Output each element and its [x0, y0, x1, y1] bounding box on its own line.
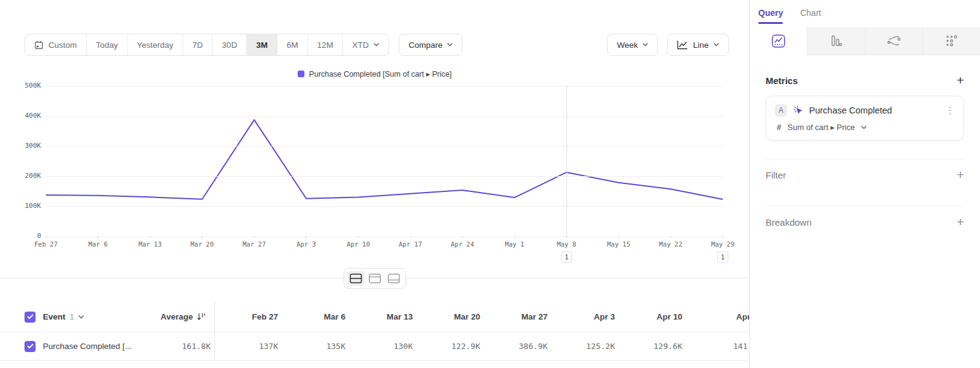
- axis-tick: [306, 236, 307, 239]
- tab-funnels[interactable]: [807, 27, 864, 55]
- compare-button[interactable]: Compare: [399, 34, 463, 56]
- axis-tick: [671, 236, 671, 239]
- x-axis-label: May 22: [659, 240, 682, 248]
- chart-legend[interactable]: Purchase Completed [Sum of cart ▸ Price]: [0, 69, 749, 79]
- gridline: [46, 146, 723, 147]
- event-column-header[interactable]: Event 1: [43, 312, 153, 321]
- table-cell-value: 141.2K: [686, 342, 749, 351]
- numeric-property-icon: #: [777, 123, 782, 132]
- y-axis-label: 0: [4, 232, 41, 240]
- annotation-line: [567, 86, 567, 236]
- toggle-chart-and-table[interactable]: [347, 271, 364, 286]
- check-icon: [27, 343, 34, 349]
- date-range-today[interactable]: Today: [87, 34, 128, 55]
- axis-tick: [358, 236, 359, 239]
- metric-event-name[interactable]: Purchase Completed: [809, 105, 940, 115]
- layout-toggle: [344, 268, 406, 289]
- query-builder: Metrics + A Purchase Completed ⋮ # Sum o…: [750, 75, 980, 228]
- table-header-row: Event 1 Average Feb 27Mar 6Mar 13Mar 20M…: [0, 302, 749, 332]
- x-axis-label: May 29: [711, 240, 734, 248]
- axis-tick: [254, 236, 255, 239]
- date-column-header[interactable]: Mar 20: [417, 312, 484, 321]
- toggle-chart-only[interactable]: [366, 271, 383, 286]
- tab-chart[interactable]: Chart: [800, 8, 821, 27]
- chart-type-button[interactable]: Line: [667, 34, 729, 56]
- tab-query-label: Query: [758, 8, 783, 18]
- add-metric-button[interactable]: +: [957, 75, 964, 86]
- date-column-header[interactable]: Apr 10: [619, 312, 686, 321]
- x-axis-label: Mar 20: [190, 240, 214, 248]
- date-range-xtd[interactable]: XTD: [343, 34, 388, 55]
- date-range-custom[interactable]: Custom: [25, 34, 87, 55]
- gridline: [46, 86, 723, 86]
- axis-tick: [514, 236, 515, 239]
- date-range-label: 30D: [222, 40, 237, 50]
- metric-aggregation-selector[interactable]: # Sum of cart ▸ Price: [775, 123, 955, 132]
- event-click-icon: [793, 105, 803, 115]
- date-column-header[interactable]: Mar 6: [282, 312, 349, 321]
- date-column-header[interactable]: Apr 3: [551, 312, 619, 321]
- filter-section-title: Filter: [766, 170, 786, 180]
- legend-label: Purchase Completed [Sum of cart ▸ Price]: [309, 69, 452, 79]
- report-main-area: CustomTodayYesterday7D30D3M6M12MXTD Comp…: [0, 0, 749, 368]
- metric-card[interactable]: A Purchase Completed ⋮ # Sum of cart ▸ P…: [766, 96, 964, 140]
- gridline: [46, 206, 723, 207]
- table-cell-value: 122.9K: [417, 342, 484, 351]
- row-checkbox[interactable]: [24, 312, 36, 323]
- add-breakdown-button[interactable]: +: [957, 217, 964, 228]
- granularity-button[interactable]: Week: [607, 34, 658, 56]
- y-axis-label: 200K: [4, 172, 41, 180]
- chevron-down-icon: [447, 43, 453, 47]
- date-range-label: Today: [96, 40, 118, 50]
- average-column-header[interactable]: Average: [153, 312, 214, 321]
- tab-insights[interactable]: [750, 27, 807, 55]
- table-cell-value: 137K: [214, 342, 282, 351]
- line-chart: 0100K200K300K400K500KFeb 27Mar 6Mar 13Ma…: [46, 86, 723, 236]
- date-range-label: Custom: [48, 40, 77, 50]
- date-column-header[interactable]: Apr 17: [686, 312, 749, 321]
- metric-menu-icon[interactable]: ⋮: [946, 105, 955, 116]
- date-column-header[interactable]: Mar 27: [484, 312, 551, 321]
- y-axis-label: 400K: [4, 112, 41, 120]
- x-axis-label: Mar 13: [138, 240, 162, 248]
- annotation-badge[interactable]: 1: [561, 251, 572, 263]
- event-count: 1: [70, 312, 74, 321]
- gridline: [46, 236, 723, 237]
- table-data-row[interactable]: Purchase Completed [... 161.8K 137K135K1…: [0, 332, 749, 361]
- date-range-30d[interactable]: 30D: [213, 34, 247, 55]
- axis-tick: [462, 236, 463, 239]
- row-checkbox[interactable]: [24, 341, 36, 352]
- date-range-3m[interactable]: 3M: [247, 34, 277, 55]
- sort-descending-icon[interactable]: [197, 313, 206, 321]
- date-column-header[interactable]: Mar 13: [349, 312, 417, 321]
- table-cell-value: 130K: [349, 342, 417, 351]
- tab-chart-label: Chart: [800, 8, 821, 18]
- series-line[interactable]: [46, 120, 723, 199]
- row-event-name: Purchase Completed [...: [43, 342, 153, 351]
- x-axis-label: Apr 10: [347, 240, 370, 248]
- metric-aggregation-label: Sum of cart ▸ Price: [788, 123, 855, 132]
- axis-tick: [202, 236, 203, 239]
- calendar-icon: [34, 40, 43, 50]
- date-range-label: XTD: [352, 40, 369, 50]
- date-range-7d[interactable]: 7D: [183, 34, 213, 55]
- date-column-header[interactable]: Feb 27: [214, 312, 282, 321]
- x-axis-label: May 8: [557, 240, 576, 248]
- date-range-6m[interactable]: 6M: [277, 34, 308, 55]
- compare-label: Compare: [409, 40, 443, 50]
- gridline: [46, 116, 723, 117]
- tab-query[interactable]: Query: [758, 8, 783, 27]
- add-filter-button[interactable]: +: [957, 169, 964, 180]
- date-range-yesterday[interactable]: Yesterday: [128, 34, 184, 55]
- annotation-badge[interactable]: 1: [717, 251, 728, 263]
- x-axis-label: Mar 6: [88, 240, 108, 248]
- tab-flows[interactable]: [865, 27, 922, 55]
- flows-icon: [887, 35, 901, 47]
- toggle-table-only[interactable]: [385, 271, 402, 286]
- x-axis-label: Apr 3: [296, 240, 316, 248]
- tab-retention[interactable]: [922, 27, 980, 55]
- chevron-down-icon: [78, 315, 84, 319]
- chevron-down-icon: [374, 43, 379, 47]
- date-range-label: 7D: [192, 40, 203, 50]
- date-range-12m[interactable]: 12M: [308, 34, 343, 55]
